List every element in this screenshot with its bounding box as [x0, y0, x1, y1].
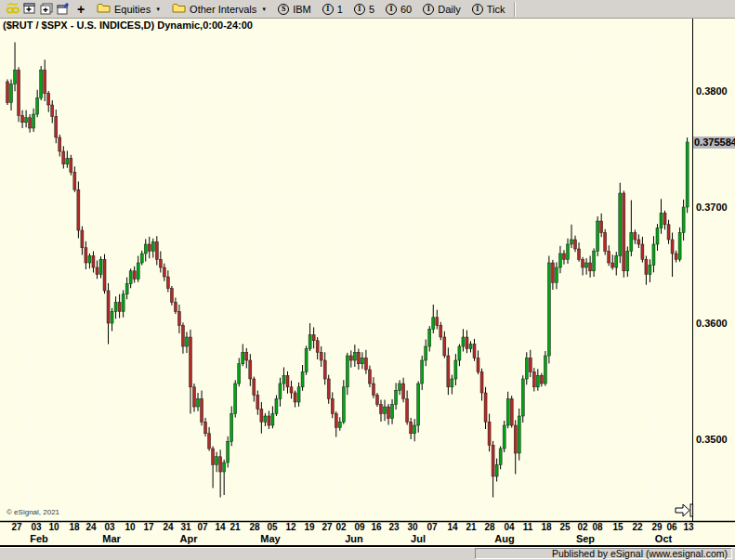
button-label: 60 [400, 4, 412, 15]
properties-icon[interactable] [55, 1, 71, 17]
new-window-icon[interactable] [21, 1, 37, 17]
status-bar: Published by eSignal (www.esignal.com) [0, 547, 735, 560]
circle-i-icon: I [423, 4, 434, 15]
x-tick-label: 03 [98, 522, 121, 532]
button-label: Equities [114, 4, 151, 15]
month-label: Mar [96, 533, 127, 544]
toolbar-separator [514, 2, 516, 17]
toolbar: + Equities ▼ Other Intervals ▼ S IBM I 1… [0, 0, 735, 19]
x-tick-label: 08 [586, 522, 609, 532]
button-label: Daily [438, 4, 460, 15]
interval-1-button[interactable]: I 1 [317, 1, 348, 18]
chevron-down-icon: ▼ [155, 7, 161, 12]
go-to-latest-icon[interactable] [674, 502, 696, 519]
circle-i-icon: I [386, 4, 397, 15]
x-tick-label: 07 [421, 522, 443, 532]
folder-icon [172, 3, 186, 15]
last-price-label: 0.375584 [693, 137, 735, 149]
y-axis-label: 0.3500 [696, 434, 735, 445]
link-icon[interactable] [5, 1, 20, 17]
chevron-down-icon: ▼ [261, 7, 267, 12]
chart-title: ($RUT / $SPX - U.S. INDICES,D) Dynamic,0… [3, 20, 253, 31]
circle-i-icon: I [472, 4, 483, 15]
button-label: Tick [487, 4, 505, 15]
y-axis-label: 0.3800 [696, 85, 735, 97]
month-label: Aug [489, 533, 520, 544]
button-label: 5 [369, 4, 374, 15]
circle-i-icon: I [354, 4, 365, 15]
circle-s-icon: S [278, 4, 289, 15]
copyright-label: © eSignal, 2021 [7, 508, 59, 516]
y-axis-label: 0.3600 [696, 318, 735, 329]
chart-pane: ($RUT / $SPX - U.S. INDICES,D) Dynamic,0… [0, 19, 735, 547]
month-label: May [255, 533, 286, 544]
interval-5-button[interactable]: I 5 [348, 1, 380, 18]
equities-button[interactable]: Equities ▼ [91, 1, 166, 18]
month-label: Oct [648, 533, 679, 544]
x-tick-label: 13 [677, 522, 700, 532]
month-label: Jun [338, 533, 370, 544]
x-tick-label: 10 [43, 522, 65, 532]
button-label: 1 [337, 4, 343, 15]
other-intervals-button[interactable]: Other Intervals ▼ [166, 1, 272, 18]
symbol-ibm-button[interactable]: S IBM [272, 1, 317, 18]
candlestick-chart[interactable] [0, 19, 735, 547]
publisher-cell: Published by eSignal (www.esignal.com) [475, 548, 732, 559]
publisher-label: Published by eSignal (www.esignal.com) [552, 548, 728, 559]
interval-tick-button[interactable]: I Tick [466, 1, 511, 18]
month-label: Apr [173, 533, 204, 544]
button-label: IBM [293, 4, 311, 15]
button-label: Other Intervals [190, 4, 256, 15]
interval-60-button[interactable]: I 60 [380, 1, 417, 18]
circle-i-icon: I [322, 4, 334, 15]
interval-daily-button[interactable]: I Daily [417, 1, 466, 18]
month-label: Sep [570, 533, 601, 544]
month-label: Jul [402, 533, 434, 544]
add-icon[interactable]: + [74, 1, 87, 17]
folder-icon [97, 3, 111, 15]
copy-window-icon[interactable] [38, 1, 54, 17]
y-axis-label: 0.3700 [696, 202, 735, 213]
month-label: Feb [23, 533, 55, 544]
